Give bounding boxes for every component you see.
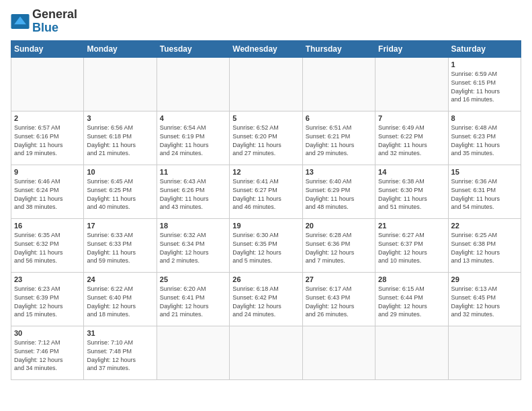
calendar-day: 9Sunrise: 6:46 AM Sunset: 6:24 PM Daylig… bbox=[11, 165, 84, 218]
weekday-header-friday: Friday bbox=[375, 40, 448, 57]
calendar-day bbox=[157, 326, 229, 379]
weekday-header-sunday: Sunday bbox=[11, 40, 84, 57]
day-number: 30 bbox=[14, 328, 81, 338]
day-info: Sunrise: 6:13 AM Sunset: 6:45 PM Dayligh… bbox=[451, 285, 518, 318]
day-info: Sunrise: 6:20 AM Sunset: 6:41 PM Dayligh… bbox=[160, 285, 226, 318]
calendar-week-6: 30Sunrise: 7:12 AM Sunset: 7:46 PM Dayli… bbox=[11, 326, 521, 379]
day-number: 26 bbox=[232, 275, 299, 285]
day-info: Sunrise: 6:43 AM Sunset: 6:26 PM Dayligh… bbox=[160, 177, 226, 211]
day-info: Sunrise: 6:25 AM Sunset: 6:38 PM Dayligh… bbox=[451, 231, 518, 265]
day-info: Sunrise: 6:38 AM Sunset: 6:30 PM Dayligh… bbox=[378, 177, 445, 211]
day-info: Sunrise: 6:59 AM Sunset: 6:15 PM Dayligh… bbox=[451, 70, 518, 103]
weekday-header-saturday: Saturday bbox=[448, 40, 521, 57]
calendar-week-2: 2Sunrise: 6:57 AM Sunset: 6:16 PM Daylig… bbox=[11, 111, 521, 165]
day-number: 21 bbox=[378, 221, 445, 231]
calendar-week-4: 16Sunrise: 6:35 AM Sunset: 6:32 PM Dayli… bbox=[11, 218, 521, 272]
day-number: 6 bbox=[306, 113, 372, 124]
day-number: 23 bbox=[14, 275, 81, 285]
calendar-day: 4Sunrise: 6:54 AM Sunset: 6:19 PM Daylig… bbox=[157, 111, 229, 165]
calendar-day: 29Sunrise: 6:13 AM Sunset: 6:45 PM Dayli… bbox=[448, 272, 521, 326]
day-number: 28 bbox=[378, 275, 445, 285]
calendar-day: 3Sunrise: 6:56 AM Sunset: 6:18 PM Daylig… bbox=[84, 111, 157, 165]
day-info: Sunrise: 6:36 AM Sunset: 6:31 PM Dayligh… bbox=[451, 177, 518, 211]
day-number: 9 bbox=[14, 167, 81, 177]
day-number: 18 bbox=[160, 221, 226, 231]
day-number: 24 bbox=[87, 275, 153, 285]
day-number: 29 bbox=[451, 275, 518, 285]
calendar-day bbox=[302, 57, 375, 111]
calendar-day: 18Sunrise: 6:32 AM Sunset: 6:34 PM Dayli… bbox=[157, 218, 229, 272]
day-info: Sunrise: 6:32 AM Sunset: 6:34 PM Dayligh… bbox=[160, 231, 226, 265]
calendar-day bbox=[448, 326, 521, 379]
day-info: Sunrise: 6:17 AM Sunset: 6:43 PM Dayligh… bbox=[306, 285, 372, 318]
day-number: 1 bbox=[451, 60, 518, 70]
calendar-day bbox=[157, 57, 229, 111]
day-number: 31 bbox=[87, 328, 153, 338]
calendar-day bbox=[375, 326, 448, 379]
day-number: 19 bbox=[232, 221, 299, 231]
generalblue-logo-icon bbox=[11, 14, 30, 29]
calendar-day: 22Sunrise: 6:25 AM Sunset: 6:38 PM Dayli… bbox=[448, 218, 521, 272]
calendar-day: 23Sunrise: 6:23 AM Sunset: 6:39 PM Dayli… bbox=[11, 272, 84, 326]
calendar-day: 13Sunrise: 6:40 AM Sunset: 6:29 PM Dayli… bbox=[302, 165, 375, 218]
calendar-day: 24Sunrise: 6:22 AM Sunset: 6:40 PM Dayli… bbox=[84, 272, 157, 326]
logo-text: GeneralBlue bbox=[32, 8, 77, 35]
day-info: Sunrise: 6:30 AM Sunset: 6:35 PM Dayligh… bbox=[232, 231, 299, 265]
weekday-header-monday: Monday bbox=[84, 40, 157, 57]
day-info: Sunrise: 6:35 AM Sunset: 6:32 PM Dayligh… bbox=[14, 231, 81, 265]
day-number: 20 bbox=[306, 221, 372, 231]
day-number: 7 bbox=[378, 113, 445, 124]
calendar-body: 1Sunrise: 6:59 AM Sunset: 6:15 PM Daylig… bbox=[11, 57, 521, 379]
day-info: Sunrise: 6:51 AM Sunset: 6:21 PM Dayligh… bbox=[306, 124, 372, 157]
day-info: Sunrise: 6:41 AM Sunset: 6:27 PM Dayligh… bbox=[232, 177, 299, 211]
weekday-header-tuesday: Tuesday bbox=[157, 40, 229, 57]
calendar-day bbox=[230, 326, 302, 379]
day-number: 17 bbox=[87, 221, 153, 231]
day-info: Sunrise: 6:52 AM Sunset: 6:20 PM Dayligh… bbox=[232, 124, 299, 157]
calendar-day: 15Sunrise: 6:36 AM Sunset: 6:31 PM Dayli… bbox=[448, 165, 521, 218]
calendar-day: 25Sunrise: 6:20 AM Sunset: 6:41 PM Dayli… bbox=[157, 272, 229, 326]
calendar-day: 6Sunrise: 6:51 AM Sunset: 6:21 PM Daylig… bbox=[302, 111, 375, 165]
day-number: 25 bbox=[160, 275, 226, 285]
day-info: Sunrise: 6:15 AM Sunset: 6:44 PM Dayligh… bbox=[378, 285, 445, 318]
calendar-day: 31Sunrise: 7:10 AM Sunset: 7:48 PM Dayli… bbox=[84, 326, 157, 379]
day-number: 12 bbox=[232, 167, 299, 177]
day-info: Sunrise: 6:27 AM Sunset: 6:37 PM Dayligh… bbox=[378, 231, 445, 265]
day-info: Sunrise: 6:22 AM Sunset: 6:40 PM Dayligh… bbox=[87, 285, 153, 318]
day-info: Sunrise: 7:12 AM Sunset: 7:46 PM Dayligh… bbox=[14, 338, 81, 372]
day-info: Sunrise: 6:40 AM Sunset: 6:29 PM Dayligh… bbox=[306, 177, 372, 211]
calendar-day: 20Sunrise: 6:28 AM Sunset: 6:36 PM Dayli… bbox=[302, 218, 375, 272]
calendar-day bbox=[302, 326, 375, 379]
day-info: Sunrise: 6:48 AM Sunset: 6:23 PM Dayligh… bbox=[451, 124, 518, 157]
calendar-day: 5Sunrise: 6:52 AM Sunset: 6:20 PM Daylig… bbox=[230, 111, 302, 165]
day-info: Sunrise: 6:18 AM Sunset: 6:42 PM Dayligh… bbox=[232, 285, 299, 318]
day-info: Sunrise: 6:46 AM Sunset: 6:24 PM Dayligh… bbox=[14, 177, 81, 211]
calendar-day: 21Sunrise: 6:27 AM Sunset: 6:37 PM Dayli… bbox=[375, 218, 448, 272]
header: GeneralBlue bbox=[11, 8, 521, 35]
day-number: 3 bbox=[87, 113, 153, 124]
calendar-day: 30Sunrise: 7:12 AM Sunset: 7:46 PM Dayli… bbox=[11, 326, 84, 379]
day-info: Sunrise: 6:54 AM Sunset: 6:19 PM Dayligh… bbox=[160, 124, 226, 157]
day-info: Sunrise: 6:23 AM Sunset: 6:39 PM Dayligh… bbox=[14, 285, 81, 318]
day-number: 4 bbox=[160, 113, 226, 124]
day-number: 15 bbox=[451, 167, 518, 177]
day-info: Sunrise: 6:56 AM Sunset: 6:18 PM Dayligh… bbox=[87, 124, 153, 157]
calendar-day: 27Sunrise: 6:17 AM Sunset: 6:43 PM Dayli… bbox=[302, 272, 375, 326]
calendar-day: 10Sunrise: 6:45 AM Sunset: 6:25 PM Dayli… bbox=[84, 165, 157, 218]
day-info: Sunrise: 6:28 AM Sunset: 6:36 PM Dayligh… bbox=[306, 231, 372, 265]
calendar-day: 17Sunrise: 6:33 AM Sunset: 6:33 PM Dayli… bbox=[84, 218, 157, 272]
calendar-day: 16Sunrise: 6:35 AM Sunset: 6:32 PM Dayli… bbox=[11, 218, 84, 272]
calendar-header: SundayMondayTuesdayWednesdayThursdayFrid… bbox=[11, 40, 521, 57]
calendar-day: 2Sunrise: 6:57 AM Sunset: 6:16 PM Daylig… bbox=[11, 111, 84, 165]
day-number: 22 bbox=[451, 221, 518, 231]
calendar-week-1: 1Sunrise: 6:59 AM Sunset: 6:15 PM Daylig… bbox=[11, 57, 521, 111]
calendar-day: 26Sunrise: 6:18 AM Sunset: 6:42 PM Dayli… bbox=[230, 272, 302, 326]
day-number: 10 bbox=[87, 167, 153, 177]
calendar-day: 7Sunrise: 6:49 AM Sunset: 6:22 PM Daylig… bbox=[375, 111, 448, 165]
calendar-day: 28Sunrise: 6:15 AM Sunset: 6:44 PM Dayli… bbox=[375, 272, 448, 326]
calendar-day: 19Sunrise: 6:30 AM Sunset: 6:35 PM Dayli… bbox=[230, 218, 302, 272]
calendar-week-5: 23Sunrise: 6:23 AM Sunset: 6:39 PM Dayli… bbox=[11, 272, 521, 326]
day-number: 8 bbox=[451, 113, 518, 124]
calendar-day bbox=[84, 57, 157, 111]
calendar: SundayMondayTuesdayWednesdayThursdayFrid… bbox=[11, 40, 521, 380]
